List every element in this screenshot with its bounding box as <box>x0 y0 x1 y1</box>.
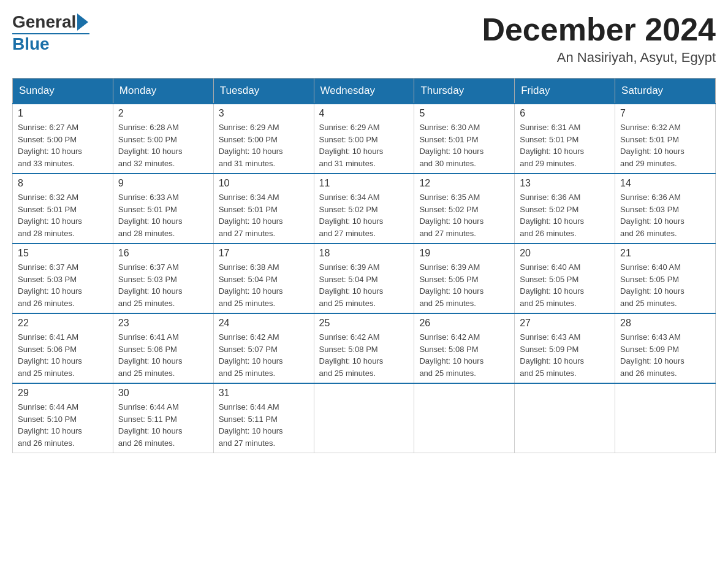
sunrise-text: Sunrise: 6:28 AM <box>118 123 179 132</box>
sunrise-text: Sunrise: 6:34 AM <box>219 193 279 202</box>
calendar-cell <box>515 383 615 453</box>
day-number: 3 <box>219 108 309 119</box>
day-info: Sunrise: 6:32 AMSunset: 5:01 PMDaylight:… <box>620 121 710 169</box>
daylight-minutes-text: and 26 minutes. <box>18 299 75 308</box>
daylight-minutes-text: and 26 minutes. <box>118 439 175 448</box>
sunrise-text: Sunrise: 6:37 AM <box>18 262 78 272</box>
sunrise-text: Sunrise: 6:41 AM <box>18 332 78 342</box>
day-number: 15 <box>18 248 108 259</box>
location-subtitle: An Nasiriyah, Asyut, Egypt <box>482 50 716 66</box>
day-number: 9 <box>118 178 208 189</box>
day-info: Sunrise: 6:37 AMSunset: 5:03 PMDaylight:… <box>18 261 108 309</box>
sunrise-text: Sunrise: 6:43 AM <box>520 332 580 342</box>
daylight-minutes-text: and 29 minutes. <box>620 159 677 168</box>
sunrise-text: Sunrise: 6:39 AM <box>319 262 380 272</box>
day-number: 29 <box>18 388 108 399</box>
day-info: Sunrise: 6:43 AMSunset: 5:09 PMDaylight:… <box>620 331 710 379</box>
calendar-cell: 24Sunrise: 6:42 AMSunset: 5:07 PMDayligh… <box>213 313 314 383</box>
daylight-minutes-text: and 25 minutes. <box>219 369 276 378</box>
daylight-minutes-text: and 29 minutes. <box>520 159 577 168</box>
daylight-text: Daylight: 10 hours <box>620 147 684 156</box>
daylight-minutes-text: and 25 minutes. <box>118 369 175 378</box>
sunrise-text: Sunrise: 6:33 AM <box>118 193 179 202</box>
sunrise-text: Sunrise: 6:29 AM <box>319 123 380 132</box>
calendar-cell: 30Sunrise: 6:44 AMSunset: 5:11 PMDayligh… <box>113 383 213 453</box>
day-info: Sunrise: 6:42 AMSunset: 5:08 PMDaylight:… <box>419 331 509 379</box>
day-info: Sunrise: 6:44 AMSunset: 5:10 PMDaylight:… <box>18 401 108 449</box>
sunset-text: Sunset: 5:06 PM <box>18 345 77 354</box>
day-info: Sunrise: 6:44 AMSunset: 5:11 PMDaylight:… <box>219 401 309 449</box>
sunrise-text: Sunrise: 6:30 AM <box>419 123 480 132</box>
daylight-minutes-text: and 25 minutes. <box>118 299 175 308</box>
sunrise-text: Sunrise: 6:27 AM <box>18 123 78 132</box>
daylight-text: Daylight: 10 hours <box>18 216 82 226</box>
day-info: Sunrise: 6:27 AMSunset: 5:00 PMDaylight:… <box>18 121 108 169</box>
daylight-text: Daylight: 10 hours <box>18 286 82 296</box>
daylight-minutes-text: and 25 minutes. <box>419 369 476 378</box>
day-info: Sunrise: 6:29 AMSunset: 5:00 PMDaylight:… <box>319 121 409 169</box>
calendar-cell: 7Sunrise: 6:32 AMSunset: 5:01 PMDaylight… <box>615 104 716 174</box>
day-number: 20 <box>520 248 610 259</box>
calendar-cell: 6Sunrise: 6:31 AMSunset: 5:01 PMDaylight… <box>515 104 615 174</box>
day-number: 7 <box>620 108 710 119</box>
sunrise-text: Sunrise: 6:44 AM <box>18 402 78 412</box>
sunrise-text: Sunrise: 6:40 AM <box>620 262 681 272</box>
sunset-text: Sunset: 5:11 PM <box>219 415 278 424</box>
sunrise-text: Sunrise: 6:38 AM <box>219 262 279 272</box>
day-info: Sunrise: 6:43 AMSunset: 5:09 PMDaylight:… <box>520 331 610 379</box>
daylight-text: Daylight: 10 hours <box>18 426 82 435</box>
day-number: 4 <box>319 108 409 119</box>
daylight-minutes-text: and 26 minutes. <box>620 229 677 238</box>
page-header: General Blue December 2024 An Nasiriyah,… <box>12 12 716 66</box>
daylight-minutes-text: and 25 minutes. <box>620 299 677 308</box>
day-info: Sunrise: 6:32 AMSunset: 5:01 PMDaylight:… <box>18 191 108 239</box>
daylight-minutes-text: and 26 minutes. <box>620 369 677 378</box>
sunset-text: Sunset: 5:11 PM <box>118 415 177 424</box>
calendar-header-monday: Monday <box>113 79 213 104</box>
day-number: 13 <box>520 178 610 189</box>
month-title: December 2024 <box>482 12 716 47</box>
daylight-text: Daylight: 10 hours <box>219 286 283 296</box>
sunset-text: Sunset: 5:09 PM <box>520 345 578 354</box>
daylight-minutes-text: and 33 minutes. <box>18 159 75 168</box>
daylight-text: Daylight: 10 hours <box>219 356 283 366</box>
sunset-text: Sunset: 5:05 PM <box>520 275 578 284</box>
day-info: Sunrise: 6:36 AMSunset: 5:02 PMDaylight:… <box>520 191 610 239</box>
daylight-minutes-text: and 27 minutes. <box>219 439 276 448</box>
day-info: Sunrise: 6:40 AMSunset: 5:05 PMDaylight:… <box>520 261 610 309</box>
sunrise-text: Sunrise: 6:42 AM <box>219 332 279 342</box>
day-number: 11 <box>319 178 409 189</box>
day-number: 6 <box>520 108 610 119</box>
calendar-cell <box>414 383 515 453</box>
day-number: 22 <box>18 318 108 329</box>
daylight-text: Daylight: 10 hours <box>520 147 584 156</box>
daylight-text: Daylight: 10 hours <box>520 216 584 226</box>
sunrise-text: Sunrise: 6:41 AM <box>118 332 179 342</box>
sunset-text: Sunset: 5:03 PM <box>18 275 77 284</box>
sunset-text: Sunset: 5:03 PM <box>118 275 177 284</box>
sunset-text: Sunset: 5:06 PM <box>118 345 177 354</box>
sunrise-text: Sunrise: 6:39 AM <box>419 262 480 272</box>
day-number: 30 <box>118 388 208 399</box>
day-number: 10 <box>219 178 309 189</box>
calendar-cell: 11Sunrise: 6:34 AMSunset: 5:02 PMDayligh… <box>314 174 414 243</box>
sunrise-text: Sunrise: 6:34 AM <box>319 193 380 202</box>
calendar-cell: 17Sunrise: 6:38 AMSunset: 5:04 PMDayligh… <box>213 243 314 313</box>
day-number: 23 <box>118 318 208 329</box>
calendar-cell: 9Sunrise: 6:33 AMSunset: 5:01 PMDaylight… <box>113 174 213 243</box>
daylight-text: Daylight: 10 hours <box>319 286 384 296</box>
sunrise-text: Sunrise: 6:32 AM <box>18 193 78 202</box>
sunset-text: Sunset: 5:01 PM <box>620 135 679 144</box>
day-number: 18 <box>319 248 409 259</box>
sunset-text: Sunset: 5:08 PM <box>319 345 378 354</box>
calendar-table: SundayMondayTuesdayWednesdayThursdayFrid… <box>12 78 716 453</box>
daylight-minutes-text: and 25 minutes. <box>419 299 476 308</box>
sunrise-text: Sunrise: 6:37 AM <box>118 262 179 272</box>
calendar-cell: 27Sunrise: 6:43 AMSunset: 5:09 PMDayligh… <box>515 313 615 383</box>
daylight-minutes-text: and 32 minutes. <box>118 159 175 168</box>
day-info: Sunrise: 6:39 AMSunset: 5:05 PMDaylight:… <box>419 261 509 309</box>
sunrise-text: Sunrise: 6:29 AM <box>219 123 279 132</box>
calendar-cell: 10Sunrise: 6:34 AMSunset: 5:01 PMDayligh… <box>213 174 314 243</box>
sunrise-text: Sunrise: 6:44 AM <box>219 402 279 412</box>
calendar-cell: 18Sunrise: 6:39 AMSunset: 5:04 PMDayligh… <box>314 243 414 313</box>
